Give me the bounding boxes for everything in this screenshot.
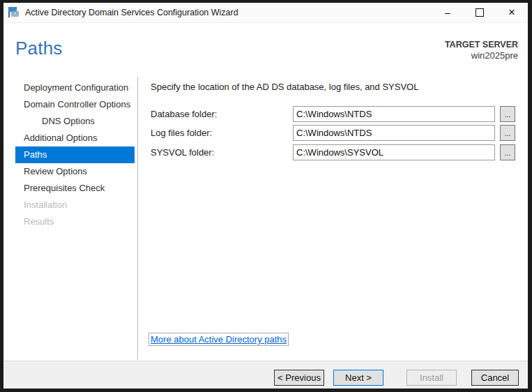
database-folder-browse-button[interactable]: ...: [500, 106, 515, 122]
wizard-steps-sidebar: Deployment Configuration Domain Controll…: [15, 80, 135, 230]
target-server-label: TARGET SERVER: [445, 39, 518, 50]
target-server-block: TARGET SERVER win2025pre: [445, 39, 518, 61]
database-folder-input[interactable]: [293, 106, 495, 122]
sidebar-item-paths[interactable]: Paths: [15, 146, 135, 163]
maximize-button[interactable]: [464, 3, 496, 22]
minimize-button[interactable]: –: [432, 3, 464, 22]
next-button[interactable]: Next >: [333, 370, 383, 386]
sidebar-item-results: Results: [15, 213, 135, 230]
instruction-text: Specify the location of the AD DS databa…: [151, 82, 418, 92]
sysvol-folder-browse-button[interactable]: ...: [500, 144, 515, 160]
sidebar-item-domain-controller-options[interactable]: Domain Controller Options: [15, 96, 135, 113]
sidebar-item-additional-options[interactable]: Additional Options: [15, 130, 135, 146]
title-bar[interactable]: Active Directory Domain Services Configu…: [3, 3, 528, 23]
minimize-icon: –: [445, 7, 450, 18]
target-server-name: win2025pre: [445, 50, 518, 61]
sidebar-item-prerequisites-check[interactable]: Prerequisites Check: [15, 180, 135, 197]
window-title: Active Directory Domain Services Configu…: [25, 8, 238, 17]
sysvol-folder-label: SYSVOL folder:: [151, 144, 214, 160]
sysvol-folder-input[interactable]: [293, 144, 495, 160]
database-folder-label: Database folder:: [151, 106, 217, 122]
window-frame: Active Directory Domain Services Configu…: [0, 0, 532, 392]
log-files-folder-label: Log files folder:: [151, 125, 212, 141]
sidebar-item-review-options[interactable]: Review Options: [15, 163, 135, 180]
maximize-icon: [476, 8, 484, 17]
close-icon: ×: [508, 6, 515, 20]
close-button[interactable]: ×: [496, 3, 528, 22]
more-about-paths-link[interactable]: More about Active Directory paths: [149, 333, 288, 345]
sidebar-divider: [137, 77, 138, 360]
sidebar-item-deployment-configuration[interactable]: Deployment Configuration: [15, 80, 135, 96]
sidebar-item-installation: Installation: [15, 197, 135, 213]
log-files-folder-browse-button[interactable]: ...: [500, 125, 515, 141]
sidebar-item-dns-options[interactable]: DNS Options: [15, 113, 135, 130]
app-icon: [8, 6, 20, 19]
page-title: Paths: [15, 38, 63, 59]
install-button[interactable]: Install: [406, 370, 457, 386]
button-bar: < Previous Next > Install Cancel: [3, 361, 528, 389]
log-files-folder-input[interactable]: [293, 125, 495, 141]
previous-button[interactable]: < Previous: [274, 370, 324, 386]
wizard-window: Active Directory Domain Services Configu…: [3, 3, 528, 389]
cancel-button[interactable]: Cancel: [471, 370, 519, 386]
